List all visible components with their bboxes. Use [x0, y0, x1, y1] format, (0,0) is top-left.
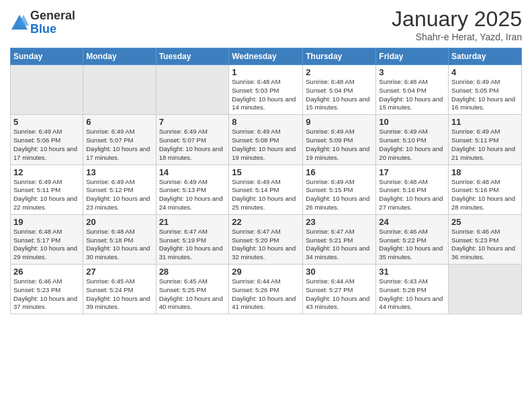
- week-row-2: 5Sunrise: 6:49 AMSunset: 5:06 PMDaylight…: [11, 115, 522, 165]
- cell-w3-d2: 13Sunrise: 6:49 AMSunset: 5:12 PMDayligh…: [83, 165, 156, 214]
- cell-w2-d3: 7Sunrise: 6:49 AMSunset: 5:07 PMDaylight…: [156, 115, 229, 165]
- day-number-31: 31: [379, 267, 445, 277]
- day-number-20: 20: [86, 217, 152, 227]
- day-number-10: 10: [379, 117, 445, 127]
- calendar-table: Sunday Monday Tuesday Wednesday Thursday…: [10, 48, 522, 314]
- day-info-10: Sunrise: 6:49 AMSunset: 5:10 PMDaylight:…: [379, 128, 445, 162]
- day-info-31: Sunrise: 6:43 AMSunset: 5:28 PMDaylight:…: [379, 277, 445, 312]
- cell-w5-d6: 31Sunrise: 6:43 AMSunset: 5:28 PMDayligh…: [376, 265, 449, 314]
- day-number-15: 15: [232, 167, 300, 177]
- col-thursday: Thursday: [303, 48, 376, 65]
- day-number-6: 6: [86, 117, 152, 127]
- cell-w2-d4: 8Sunrise: 6:49 AMSunset: 5:08 PMDaylight…: [229, 115, 303, 165]
- day-number-19: 19: [13, 217, 80, 227]
- week-row-4: 19Sunrise: 6:48 AMSunset: 5:17 PMDayligh…: [11, 214, 522, 264]
- cell-w4-d3: 21Sunrise: 6:47 AMSunset: 5:19 PMDayligh…: [156, 214, 229, 264]
- day-number-22: 22: [232, 217, 300, 227]
- day-number-13: 13: [86, 167, 152, 177]
- col-monday: Monday: [83, 48, 156, 65]
- day-info-18: Sunrise: 6:48 AMSunset: 5:16 PMDaylight:…: [451, 178, 519, 212]
- day-info-19: Sunrise: 6:48 AMSunset: 5:17 PMDaylight:…: [13, 228, 80, 262]
- cell-w5-d2: 27Sunrise: 6:45 AMSunset: 5:24 PMDayligh…: [83, 265, 156, 314]
- day-number-9: 9: [306, 117, 373, 127]
- cell-w5-d7: [449, 265, 522, 314]
- day-number-1: 1: [232, 67, 300, 77]
- day-info-28: Sunrise: 6:45 AMSunset: 5:25 PMDaylight:…: [159, 277, 226, 312]
- header-row: Sunday Monday Tuesday Wednesday Thursday…: [11, 48, 522, 65]
- day-number-11: 11: [451, 117, 519, 127]
- day-number-3: 3: [379, 67, 445, 77]
- cell-w4-d4: 22Sunrise: 6:47 AMSunset: 5:20 PMDayligh…: [229, 214, 303, 264]
- day-number-21: 21: [159, 217, 226, 227]
- cell-w5-d3: 28Sunrise: 6:45 AMSunset: 5:25 PMDayligh…: [156, 265, 229, 314]
- day-number-28: 28: [159, 267, 226, 277]
- day-number-4: 4: [451, 67, 519, 77]
- col-tuesday: Tuesday: [156, 48, 229, 65]
- cell-w4-d7: 25Sunrise: 6:46 AMSunset: 5:23 PMDayligh…: [449, 214, 522, 264]
- title-block: January 2025 Shahr-e Herat, Yazd, Iran: [392, 7, 522, 42]
- day-info-25: Sunrise: 6:46 AMSunset: 5:23 PMDaylight:…: [451, 228, 519, 262]
- day-info-14: Sunrise: 6:49 AMSunset: 5:13 PMDaylight:…: [159, 178, 226, 212]
- day-info-21: Sunrise: 6:47 AMSunset: 5:19 PMDaylight:…: [159, 228, 226, 262]
- day-info-5: Sunrise: 6:49 AMSunset: 5:06 PMDaylight:…: [13, 128, 80, 162]
- day-number-8: 8: [232, 117, 300, 127]
- cell-w1-d2: [83, 65, 156, 115]
- day-info-3: Sunrise: 6:48 AMSunset: 5:04 PMDaylight:…: [379, 78, 445, 112]
- cell-w3-d5: 16Sunrise: 6:49 AMSunset: 5:15 PMDayligh…: [303, 165, 376, 214]
- day-info-30: Sunrise: 6:44 AMSunset: 5:27 PMDaylight:…: [306, 277, 373, 312]
- cell-w4-d2: 20Sunrise: 6:48 AMSunset: 5:18 PMDayligh…: [83, 214, 156, 264]
- day-number-29: 29: [232, 267, 300, 277]
- day-number-30: 30: [306, 267, 373, 277]
- logo-text: General Blue: [30, 9, 75, 36]
- day-info-11: Sunrise: 6:49 AMSunset: 5:11 PMDaylight:…: [451, 128, 519, 162]
- header: General Blue January 2025 Shahr-e Herat,…: [10, 7, 522, 42]
- logo-icon: [10, 13, 29, 32]
- day-number-17: 17: [379, 167, 445, 177]
- day-number-16: 16: [306, 167, 373, 177]
- cell-w4-d5: 23Sunrise: 6:47 AMSunset: 5:21 PMDayligh…: [303, 214, 376, 264]
- cell-w4-d1: 19Sunrise: 6:48 AMSunset: 5:17 PMDayligh…: [11, 214, 83, 264]
- cell-w1-d7: 4Sunrise: 6:49 AMSunset: 5:05 PMDaylight…: [449, 65, 522, 115]
- cell-w1-d5: 2Sunrise: 6:48 AMSunset: 5:04 PMDaylight…: [303, 65, 376, 115]
- week-row-3: 12Sunrise: 6:49 AMSunset: 5:11 PMDayligh…: [11, 165, 522, 214]
- cell-w3-d6: 17Sunrise: 6:48 AMSunset: 5:16 PMDayligh…: [376, 165, 449, 214]
- day-info-7: Sunrise: 6:49 AMSunset: 5:07 PMDaylight:…: [159, 128, 226, 162]
- day-info-17: Sunrise: 6:48 AMSunset: 5:16 PMDaylight:…: [379, 178, 445, 212]
- day-info-22: Sunrise: 6:47 AMSunset: 5:20 PMDaylight:…: [232, 228, 300, 262]
- col-saturday: Saturday: [449, 48, 522, 65]
- cell-w1-d6: 3Sunrise: 6:48 AMSunset: 5:04 PMDaylight…: [376, 65, 449, 115]
- month-title: January 2025: [392, 7, 522, 32]
- col-sunday: Sunday: [11, 48, 83, 65]
- day-info-6: Sunrise: 6:49 AMSunset: 5:07 PMDaylight:…: [86, 128, 152, 162]
- day-info-9: Sunrise: 6:49 AMSunset: 5:09 PMDaylight:…: [306, 128, 373, 162]
- calendar-body: 1Sunrise: 6:48 AMSunset: 5:03 PMDaylight…: [11, 65, 522, 314]
- cell-w3-d7: 18Sunrise: 6:48 AMSunset: 5:16 PMDayligh…: [449, 165, 522, 214]
- cell-w3-d1: 12Sunrise: 6:49 AMSunset: 5:11 PMDayligh…: [11, 165, 83, 214]
- page: General Blue January 2025 Shahr-e Herat,…: [0, 0, 532, 411]
- day-number-7: 7: [159, 117, 226, 127]
- cell-w3-d4: 15Sunrise: 6:49 AMSunset: 5:14 PMDayligh…: [229, 165, 303, 214]
- calendar-header: Sunday Monday Tuesday Wednesday Thursday…: [11, 48, 522, 65]
- day-info-29: Sunrise: 6:44 AMSunset: 5:26 PMDaylight:…: [232, 277, 300, 312]
- day-info-8: Sunrise: 6:49 AMSunset: 5:08 PMDaylight:…: [232, 128, 300, 162]
- cell-w2-d7: 11Sunrise: 6:49 AMSunset: 5:11 PMDayligh…: [449, 115, 522, 165]
- day-info-4: Sunrise: 6:49 AMSunset: 5:05 PMDaylight:…: [451, 78, 519, 112]
- day-number-5: 5: [13, 117, 80, 127]
- week-row-1: 1Sunrise: 6:48 AMSunset: 5:03 PMDaylight…: [11, 65, 522, 115]
- day-info-27: Sunrise: 6:45 AMSunset: 5:24 PMDaylight:…: [86, 277, 152, 312]
- cell-w1-d4: 1Sunrise: 6:48 AMSunset: 5:03 PMDaylight…: [229, 65, 303, 115]
- cell-w2-d6: 10Sunrise: 6:49 AMSunset: 5:10 PMDayligh…: [376, 115, 449, 165]
- day-number-12: 12: [13, 167, 80, 177]
- logo-blue-text: Blue: [30, 23, 75, 36]
- day-info-26: Sunrise: 6:46 AMSunset: 5:23 PMDaylight:…: [13, 277, 80, 312]
- day-number-2: 2: [306, 67, 373, 77]
- day-number-14: 14: [159, 167, 226, 177]
- day-info-15: Sunrise: 6:49 AMSunset: 5:14 PMDaylight:…: [232, 178, 300, 212]
- day-number-27: 27: [86, 267, 152, 277]
- col-friday: Friday: [376, 48, 449, 65]
- day-info-23: Sunrise: 6:47 AMSunset: 5:21 PMDaylight:…: [306, 228, 373, 262]
- week-row-5: 26Sunrise: 6:46 AMSunset: 5:23 PMDayligh…: [11, 265, 522, 314]
- cell-w5-d4: 29Sunrise: 6:44 AMSunset: 5:26 PMDayligh…: [229, 265, 303, 314]
- cell-w4-d6: 24Sunrise: 6:46 AMSunset: 5:22 PMDayligh…: [376, 214, 449, 264]
- day-number-26: 26: [13, 267, 80, 277]
